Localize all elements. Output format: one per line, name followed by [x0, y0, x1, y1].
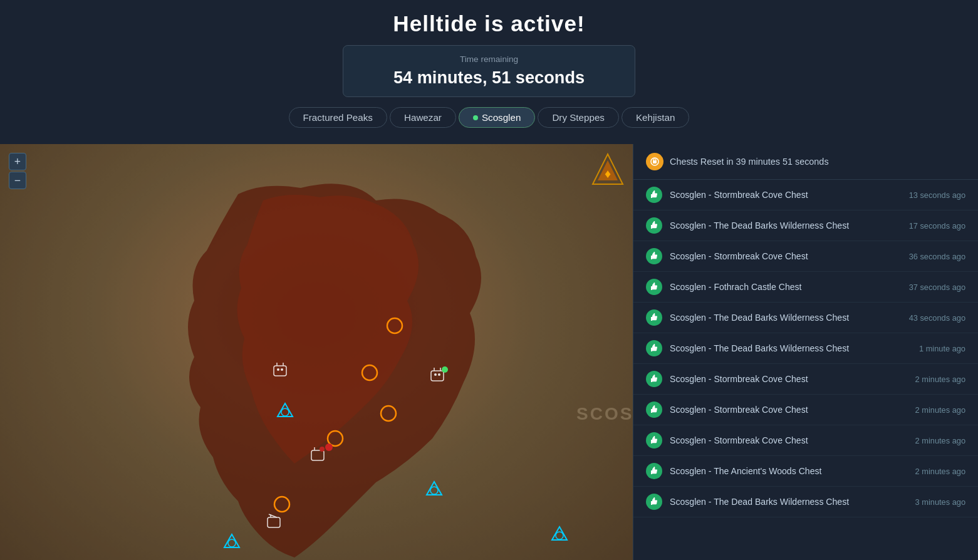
- map-area[interactable]: + −: [0, 144, 633, 560]
- log-item-time: 3 minutes ago: [915, 497, 965, 507]
- svg-rect-0: [0, 144, 633, 560]
- header: Helltide is active! Time remaining 54 mi…: [0, 0, 978, 144]
- svg-point-42: [325, 443, 333, 451]
- zone-tabs: Fractured Peaks Hawezar Scosglen Dry Ste…: [0, 107, 978, 137]
- app-container: Helltide is active! Time remaining 54 mi…: [0, 0, 978, 560]
- svg-point-2: [362, 365, 377, 380]
- log-item: Scosglen - Stormbreak Cove Chest13 secon…: [633, 180, 978, 210]
- chest-reset-bar: Chests Reset in 39 minutes 51 seconds: [633, 144, 978, 180]
- log-thumbs-up-icon: [646, 494, 662, 510]
- sidebar: Chests Reset in 39 minutes 51 seconds Sc…: [633, 144, 978, 560]
- log-item: Scosglen - Stormbreak Cove Chest2 minute…: [633, 395, 978, 425]
- log-item-text: Scosglen - The Dead Barks Wilderness Che…: [670, 220, 902, 231]
- svg-rect-18: [274, 366, 286, 376]
- log-item-time: 43 seconds ago: [909, 313, 965, 323]
- svg-rect-32: [268, 517, 280, 527]
- svg-point-17: [556, 532, 563, 539]
- svg-point-15: [430, 487, 438, 494]
- log-item-time: 2 minutes ago: [915, 375, 965, 384]
- tab-dry-steppes[interactable]: Dry Steppes: [538, 107, 619, 128]
- log-item: Scosglen - Stormbreak Cove Chest2 minute…: [633, 364, 978, 395]
- log-thumbs-up-icon: [646, 340, 662, 356]
- log-item-time: 13 seconds ago: [909, 190, 965, 200]
- tab-fractured-peaks[interactable]: Fractured Peaks: [289, 107, 387, 128]
- svg-point-11: [228, 539, 236, 547]
- map-controls: + −: [9, 153, 26, 189]
- svg-marker-16: [552, 527, 567, 540]
- log-item-time: 1 minute ago: [919, 344, 965, 353]
- svg-marker-14: [427, 482, 442, 495]
- log-item-text: Scosglen - The Dead Barks Wilderness Che…: [670, 343, 912, 353]
- svg-point-3: [381, 406, 396, 421]
- svg-point-31: [320, 447, 325, 452]
- svg-text:SCOS: SCOS: [576, 404, 633, 423]
- svg-point-27: [438, 373, 440, 376]
- log-thumbs-up-icon: [646, 432, 662, 449]
- log-item-text: Scosglen - Stormbreak Cove Chest: [670, 190, 902, 200]
- svg-rect-28: [311, 450, 324, 460]
- svg-point-9: [281, 408, 289, 416]
- timer-box: Time remaining 54 minutes, 51 seconds: [343, 45, 635, 97]
- tab-scosglen[interactable]: Scosglen: [459, 107, 535, 128]
- svg-point-21: [277, 368, 279, 371]
- tab-kehjistan-label: Kehjistan: [636, 112, 675, 123]
- log-item-text: Scosglen - The Dead Barks Wilderness Che…: [670, 497, 908, 507]
- log-thumbs-up-icon: [646, 463, 662, 479]
- svg-marker-8: [278, 403, 293, 417]
- page-title: Helltide is active!: [0, 11, 978, 36]
- chest-reset-text: Chests Reset in 39 minutes 51 seconds: [670, 157, 829, 167]
- log-item-text: Scosglen - Stormbreak Cove Chest: [670, 405, 908, 415]
- svg-point-5: [274, 497, 289, 512]
- svg-point-22: [281, 368, 283, 371]
- chest-reset-icon: [646, 153, 663, 170]
- log-item-text: Scosglen - Stormbreak Cove Chest: [670, 251, 902, 261]
- log-item-time: 37 seconds ago: [909, 283, 965, 292]
- tab-hawezar-label: Hawezar: [404, 112, 442, 123]
- log-thumbs-up-icon: [646, 187, 662, 203]
- timer-label: Time remaining: [393, 54, 585, 64]
- zoom-in-button[interactable]: +: [9, 153, 26, 170]
- svg-point-40: [442, 366, 448, 373]
- log-thumbs-up-icon: [646, 309, 662, 326]
- region-emblem-icon: ♦: [591, 153, 624, 185]
- log-item: Scosglen - Stormbreak Cove Chest36 secon…: [633, 241, 978, 272]
- log-item-time: 36 seconds ago: [909, 252, 965, 261]
- log-item-text: Scosglen - The Dead Barks Wilderness Che…: [670, 313, 902, 323]
- log-thumbs-up-icon: [646, 402, 662, 418]
- log-item-time: 17 seconds ago: [909, 221, 965, 231]
- log-thumbs-up-icon: [646, 248, 662, 264]
- log-list: Scosglen - Stormbreak Cove Chest13 secon…: [633, 180, 978, 517]
- log-item: Scosglen - Fothrach Castle Chest37 secon…: [633, 272, 978, 303]
- map-background: + −: [0, 144, 633, 560]
- log-item-time: 2 minutes ago: [915, 405, 965, 415]
- log-item-text: Scosglen - Stormbreak Cove Chest: [670, 435, 908, 445]
- active-dot-icon: [473, 115, 478, 120]
- zoom-out-button[interactable]: −: [9, 172, 26, 189]
- log-item: Scosglen - The Dead Barks Wilderness Che…: [633, 333, 978, 364]
- log-item: Scosglen - The Dead Barks Wilderness Che…: [633, 210, 978, 241]
- svg-line-34: [269, 514, 277, 517]
- main-area: + −: [0, 144, 978, 560]
- log-item: Scosglen - The Dead Barks Wilderness Che…: [633, 487, 978, 517]
- log-thumbs-up-icon: [646, 371, 662, 387]
- log-item: Scosglen - Stormbreak Cove Chest2 minute…: [633, 425, 978, 456]
- log-item-text: Scosglen - Fothrach Castle Chest: [670, 282, 902, 292]
- log-item: Scosglen - The Ancient's Woods Chest2 mi…: [633, 456, 978, 487]
- tab-fractured-peaks-label: Fractured Peaks: [303, 112, 373, 123]
- log-item-time: 2 minutes ago: [915, 436, 965, 445]
- tab-kehjistan[interactable]: Kehjistan: [622, 107, 689, 128]
- log-item-text: Scosglen - Stormbreak Cove Chest: [670, 374, 908, 384]
- tab-scosglen-label: Scosglen: [482, 112, 521, 123]
- timer-value: 54 minutes, 51 seconds: [393, 68, 585, 88]
- svg-marker-10: [224, 534, 239, 547]
- log-thumbs-up-icon: [646, 217, 662, 234]
- svg-point-1: [387, 318, 402, 333]
- log-item: Scosglen - The Dead Barks Wilderness Che…: [633, 303, 978, 333]
- svg-rect-55: [653, 159, 656, 161]
- tab-hawezar[interactable]: Hawezar: [390, 107, 456, 128]
- svg-text:♦: ♦: [605, 167, 611, 180]
- tab-dry-steppes-label: Dry Steppes: [552, 112, 605, 123]
- log-item-text: Scosglen - The Ancient's Woods Chest: [670, 466, 908, 476]
- svg-point-26: [434, 373, 437, 376]
- svg-rect-23: [431, 371, 444, 381]
